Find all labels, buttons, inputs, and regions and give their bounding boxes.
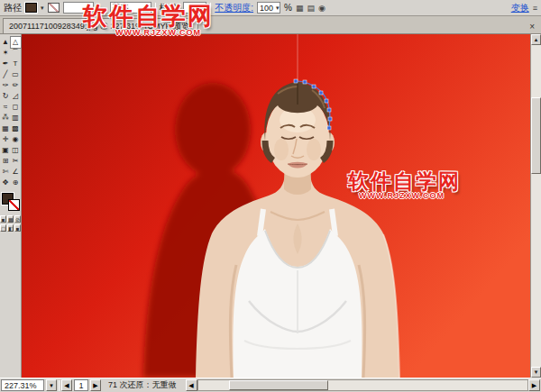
- chevron-down-icon[interactable]: ▾: [41, 5, 44, 12]
- tool-live-paint-selection[interactable]: ◫: [11, 145, 21, 156]
- prev-page-icon[interactable]: ◀: [61, 379, 72, 391]
- tool-palette: ▲△✶⌒✒T╱▭✑✏↻◿≈◻⁂▥▦▩✛◉▣◫⊞✂✄∠✥⊕ ■▩⊘ ▢◧■: [0, 34, 22, 378]
- tools-grid: ▲△✶⌒✒T╱▭✑✏↻◿≈◻⁂▥▦▩✛◉▣◫⊞✂✄∠✥⊕: [1, 37, 21, 188]
- screen-menu-button[interactable]: ◧: [7, 224, 14, 232]
- opacity-link[interactable]: 不透明度:: [215, 2, 253, 14]
- none-mode-button[interactable]: ⊘: [14, 215, 21, 223]
- tool-rotate[interactable]: ↻: [1, 91, 11, 102]
- tool-mesh[interactable]: ▦: [1, 123, 11, 134]
- horizontal-scroll-track[interactable]: [197, 379, 528, 391]
- page-number-value: 1: [78, 381, 83, 390]
- tool-free-transform[interactable]: ◻: [11, 102, 21, 113]
- tool-gradient[interactable]: ▩: [11, 123, 21, 134]
- tool-slice[interactable]: ✂: [11, 156, 21, 167]
- tab-bar: 20071117100928349.jpg @ 227.31% (CMYK/预览…: [0, 16, 541, 34]
- opacity-input[interactable]: 100 ▾: [257, 2, 280, 14]
- separator: [210, 3, 211, 14]
- transform-link[interactable]: 变换: [511, 2, 529, 14]
- scroll-right-icon[interactable]: ▶: [528, 379, 540, 391]
- tool-hand[interactable]: ✥: [1, 178, 11, 188]
- separator: [59, 380, 60, 391]
- context-label: 路径: [4, 2, 22, 14]
- grid-icon[interactable]: ▦: [296, 4, 304, 13]
- horizontal-scrollbar[interactable]: ◀ ▶: [186, 379, 540, 391]
- menu-icon[interactable]: ≡: [533, 4, 537, 13]
- document-title: 20071117100928349.jpg @ 227.31% (CMYK/预览…: [9, 22, 192, 31]
- gradient-mode-button[interactable]: ▩: [7, 215, 14, 223]
- chevron-down-icon: ▾: [201, 5, 205, 12]
- chevron-down-icon: ▾: [276, 5, 280, 12]
- separator: [155, 3, 156, 14]
- screen-mode-row: ▢◧■: [0, 224, 21, 232]
- close-icon[interactable]: ×: [526, 22, 538, 33]
- screen-full-button[interactable]: ■: [14, 224, 21, 232]
- stroke-swatch[interactable]: [48, 3, 60, 13]
- tool-measure[interactable]: ∠: [11, 167, 21, 178]
- scroll-left-icon[interactable]: ◀: [186, 379, 197, 391]
- style-select[interactable]: ▾: [183, 2, 206, 14]
- tool-warp[interactable]: ≈: [1, 102, 11, 113]
- status-message: 71 次还原：无重做: [108, 379, 177, 391]
- canvas[interactable]: [22, 34, 530, 378]
- tool-pen[interactable]: ✒: [1, 59, 11, 69]
- zoom-value: 227.31%: [5, 381, 37, 390]
- tool-graph[interactable]: ▥: [11, 113, 21, 123]
- paint-mode-row: ■▩⊘: [0, 215, 21, 223]
- tool-line[interactable]: ╱: [1, 69, 11, 80]
- tool-rectangle[interactable]: ▭: [11, 69, 21, 80]
- next-page-icon[interactable]: ▶: [90, 379, 101, 391]
- scroll-up-icon[interactable]: ▲: [531, 34, 541, 45]
- stroke-weight-select[interactable]: ▾: [63, 2, 94, 14]
- tool-lasso[interactable]: ⌒: [11, 48, 21, 59]
- target-icon[interactable]: ◉: [318, 4, 326, 13]
- artwork-woman-illustration: [22, 34, 530, 378]
- chevron-down-icon: ▾: [87, 5, 91, 12]
- tool-eyedropper[interactable]: ✛: [1, 134, 11, 145]
- stroke-proxy-swatch[interactable]: [8, 199, 20, 211]
- tool-crop[interactable]: ⊞: [1, 156, 11, 167]
- screen-standard-button[interactable]: ▢: [0, 224, 6, 232]
- tool-scissors[interactable]: ✄: [1, 167, 11, 178]
- vertical-scroll-thumb[interactable]: [531, 97, 541, 174]
- opacity-unit: %: [284, 3, 292, 13]
- tool-direct-selection[interactable]: △: [11, 37, 21, 48]
- tool-selection[interactable]: ▲: [1, 37, 11, 48]
- appearance-select[interactable]: 基本 ▾: [110, 2, 151, 14]
- page-number-input[interactable]: 1: [74, 379, 88, 391]
- opacity-value: 100: [260, 4, 273, 13]
- chevron-down-icon: ▾: [145, 5, 149, 12]
- columns-icon[interactable]: ▤: [307, 4, 316, 13]
- tool-scale[interactable]: ◿: [11, 91, 21, 102]
- tool-pencil[interactable]: ✏: [11, 80, 21, 91]
- tool-paintbrush[interactable]: ✑: [1, 80, 11, 91]
- horizontal-scroll-thumb[interactable]: [229, 380, 328, 390]
- status-bar: 227.31% ▾ ◀ 1 ▶ 71 次还原：无重做 ◀ ▶: [0, 378, 541, 392]
- options-bar: 路径 ▾ ▾ — 基本 ▾ 样式: ▾ 不透明度: 100 ▾ % ▦ ▤ ◉ …: [0, 0, 541, 16]
- tool-type[interactable]: T: [11, 59, 21, 69]
- vertical-scroll-track[interactable]: [531, 45, 541, 367]
- tool-symbol-sprayer[interactable]: ⁂: [1, 113, 11, 123]
- dash-icon: —: [97, 3, 106, 13]
- document-tab[interactable]: 20071117100928349.jpg @ 227.31% (CMYK/预览…: [3, 18, 198, 33]
- tool-zoom[interactable]: ⊕: [11, 178, 21, 188]
- color-mode-button[interactable]: ■: [0, 215, 6, 223]
- zoom-level-input[interactable]: 227.31%: [1, 379, 44, 391]
- tool-live-paint[interactable]: ▣: [1, 145, 11, 156]
- scroll-down-icon[interactable]: ▼: [531, 367, 541, 378]
- tool-magic-wand[interactable]: ✶: [1, 48, 11, 59]
- appearance-value: 基本: [113, 2, 129, 14]
- tool-blend[interactable]: ◉: [11, 134, 21, 145]
- zoom-dropdown-icon[interactable]: ▾: [46, 379, 57, 391]
- main-area: ▲△✶⌒✒T╱▭✑✏↻◿≈◻⁂▥▦▩✛◉▣◫⊞✂✄∠✥⊕ ■▩⊘ ▢◧■: [0, 34, 541, 378]
- fill-color-swatch[interactable]: [25, 3, 37, 13]
- style-label: 样式:: [160, 2, 180, 14]
- vertical-scrollbar[interactable]: ▲ ▼: [530, 34, 541, 378]
- fill-stroke-control: [2, 193, 20, 211]
